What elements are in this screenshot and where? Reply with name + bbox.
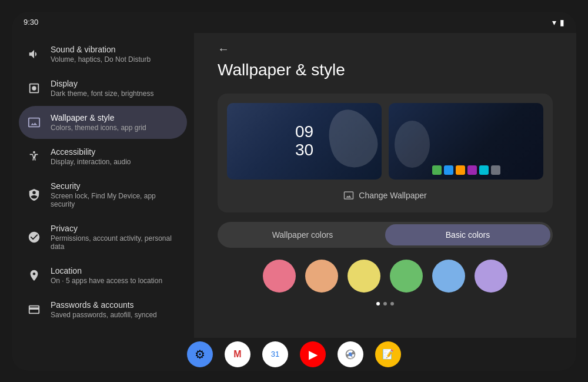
sidebar-text-location: Location On · 5 apps have access to loca…	[51, 266, 162, 285]
dock-icon-6	[491, 165, 500, 175]
sidebar-item-display[interactable]: Display Dark theme, font size, brightnes…	[19, 72, 187, 105]
nav-youtube[interactable]: ▶	[300, 341, 326, 367]
bottom-nav: ⚙ M 31 ▶ 📝	[12, 338, 576, 371]
status-bar: 9:30 ▾ ▮	[12, 12, 576, 33]
sound-icon	[27, 47, 41, 61]
location-icon	[27, 268, 41, 283]
color-tabs: Wallpaper colors Basic colors	[218, 222, 553, 248]
sidebar-text-display: Display Dark theme, font size, brightnes…	[51, 79, 153, 98]
swatch-blue[interactable]	[432, 260, 465, 293]
sidebar-subtitle-wallpaper: Colors, themed icons, app grid	[51, 124, 146, 132]
nav-chrome[interactable]	[338, 341, 363, 367]
decorative-shape-left	[320, 103, 382, 174]
tab-basic-colors[interactable]: Basic colors	[385, 224, 550, 245]
preview-dock	[432, 165, 500, 175]
preview-lockscreen[interactable]: 09 30	[227, 103, 382, 180]
accessibility-icon	[27, 150, 41, 164]
dock-icon-5	[479, 165, 489, 175]
sidebar-title-passwords: Passwords & accounts	[51, 300, 157, 310]
sidebar-text-security: Security Screen lock, Find My Device, ap…	[51, 181, 179, 208]
change-wallpaper-icon	[343, 190, 354, 201]
wifi-icon: ▾	[552, 18, 556, 27]
change-wallpaper-button[interactable]: Change Wallpaper	[227, 188, 543, 203]
swatch-peach[interactable]	[305, 260, 338, 293]
color-swatches	[218, 260, 553, 293]
dot-1	[376, 302, 380, 305]
tab-wallpaper-colors[interactable]: Wallpaper colors	[220, 224, 385, 245]
sidebar-text-passwords: Passwords & accounts Saved passwords, au…	[51, 300, 157, 319]
right-panel: ← Wallpaper & style 09 30	[194, 33, 576, 338]
sidebar-title-wallpaper: Wallpaper & style	[51, 113, 146, 122]
sidebar-text-privacy: Privacy Permissions, account activity, p…	[51, 224, 179, 251]
change-wallpaper-label: Change Wallpaper	[359, 191, 426, 200]
svg-point-1	[33, 151, 35, 153]
chrome-icon	[345, 348, 356, 360]
nav-calendar[interactable]: 31	[262, 341, 288, 367]
sidebar-item-wallpaper[interactable]: Wallpaper & style Colors, themed icons, …	[19, 106, 187, 139]
swatch-pink[interactable]	[263, 260, 296, 293]
sidebar-item-sound[interactable]: Sound & vibration Volume, haptics, Do No…	[19, 38, 187, 71]
wallpaper-previews: 09 30	[227, 103, 543, 180]
decorative-shape-right	[395, 121, 430, 168]
sidebar: Sound & vibration Volume, haptics, Do No…	[12, 33, 194, 338]
sidebar-subtitle-sound: Volume, haptics, Do Not Disturb	[51, 55, 151, 64]
dot-3	[390, 302, 394, 305]
nav-settings[interactable]: ⚙	[187, 341, 213, 367]
main-content: Sound & vibration Volume, haptics, Do No…	[12, 33, 576, 338]
sidebar-item-security[interactable]: Security Screen lock, Find My Device, ap…	[19, 174, 187, 215]
sidebar-item-location[interactable]: Location On · 5 apps have access to loca…	[19, 259, 187, 292]
security-icon	[27, 188, 41, 202]
dock-icon-3	[456, 165, 465, 175]
pagination-dots	[218, 302, 553, 305]
sidebar-subtitle-passwords: Saved passwords, autofill, synced	[51, 311, 157, 319]
swatch-lavender[interactable]	[475, 260, 507, 293]
status-time: 9:30	[24, 18, 38, 26]
sidebar-title-accessibility: Accessibility	[51, 147, 131, 157]
nav-gmail[interactable]: M	[225, 341, 250, 367]
sidebar-subtitle-privacy: Permissions, account activity, personal …	[51, 234, 179, 251]
svg-point-0	[32, 86, 36, 90]
sidebar-subtitle-accessibility: Display, interaction, audio	[51, 158, 131, 166]
device: 9:30 ▾ ▮ Sound & vibration Volume, hapti…	[12, 12, 576, 371]
dot-2	[383, 302, 387, 305]
dock-icon-2	[444, 165, 453, 175]
sidebar-title-display: Display	[51, 79, 153, 88]
preview-time: 09 30	[295, 123, 313, 160]
sidebar-subtitle-security: Screen lock, Find My Device, app securit…	[51, 192, 179, 208]
wallpaper-preview-container: 09 30	[218, 94, 553, 212]
sidebar-subtitle-location: On · 5 apps have access to location	[51, 277, 162, 285]
sidebar-text-accessibility: Accessibility Display, interaction, audi…	[51, 147, 131, 166]
battery-icon: ▮	[560, 18, 564, 27]
sidebar-title-security: Security	[51, 181, 179, 191]
sidebar-title-location: Location	[51, 266, 162, 275]
sidebar-item-passwords[interactable]: Passwords & accounts Saved passwords, au…	[19, 293, 187, 326]
back-button[interactable]: ←	[218, 33, 239, 61]
preview-homescreen[interactable]	[389, 103, 543, 180]
status-icons: ▾ ▮	[552, 18, 564, 27]
sidebar-subtitle-display: Dark theme, font size, brightness	[51, 89, 153, 98]
privacy-icon	[27, 230, 41, 244]
sidebar-title-sound: Sound & vibration	[51, 45, 151, 54]
sidebar-text-sound: Sound & vibration Volume, haptics, Do No…	[51, 45, 151, 64]
panel-title: Wallpaper & style	[218, 61, 553, 79]
wallpaper-icon	[27, 115, 41, 129]
sidebar-text-wallpaper: Wallpaper & style Colors, themed icons, …	[51, 113, 146, 132]
sidebar-title-privacy: Privacy	[51, 224, 179, 233]
dock-icon-4	[467, 165, 477, 175]
sidebar-item-privacy[interactable]: Privacy Permissions, account activity, p…	[19, 217, 187, 258]
nav-keep[interactable]: 📝	[375, 341, 401, 367]
swatch-yellow[interactable]	[348, 260, 380, 293]
sidebar-item-accessibility[interactable]: Accessibility Display, interaction, audi…	[19, 140, 187, 173]
display-icon	[27, 81, 41, 95]
passwords-icon	[27, 303, 41, 317]
dock-icon-1	[432, 165, 442, 175]
swatch-green[interactable]	[390, 260, 423, 293]
